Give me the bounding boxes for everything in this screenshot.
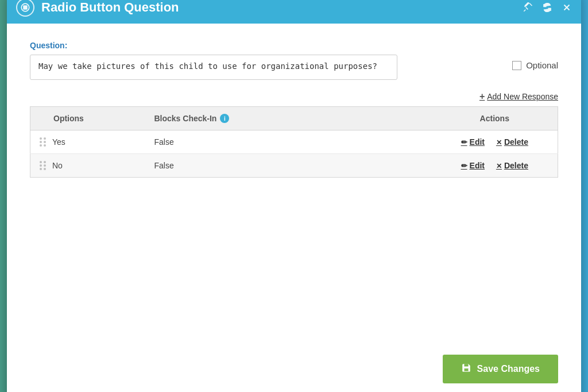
header-controls xyxy=(523,2,572,13)
cell-blocks-check-in: False xyxy=(145,154,432,178)
col-header-actions: Actions xyxy=(432,107,558,130)
save-label: Save Changes xyxy=(477,364,540,374)
cell-blocks-check-in: False xyxy=(145,130,432,154)
edit-button[interactable]: Edit xyxy=(461,161,485,170)
svg-line-2 xyxy=(529,3,532,6)
modal-body: Question: Optional + Add New Response Op… xyxy=(7,24,581,345)
add-response-label: Add New Response xyxy=(487,92,558,101)
save-icon xyxy=(461,363,471,375)
delete-button[interactable]: Delete xyxy=(496,137,528,147)
delete-button[interactable]: Delete xyxy=(496,161,528,170)
cell-actions: Edit Delete xyxy=(432,154,558,178)
edit-label: Edit xyxy=(470,137,485,147)
modal-title: Radio Button Question xyxy=(41,0,179,15)
option-value: No xyxy=(52,161,63,170)
delete-label: Delete xyxy=(504,161,528,170)
modal-dialog: Radio Button Question xyxy=(7,0,581,392)
col-header-blocks-check-in: Blocks Check-In i xyxy=(145,107,432,130)
table-row: Yes False Edit Delete xyxy=(30,130,558,154)
optional-label: Optional xyxy=(526,60,558,70)
optional-checkbox[interactable] xyxy=(512,61,521,70)
blocks-value: False xyxy=(154,137,174,147)
delete-icon xyxy=(496,137,502,147)
edit-label: Edit xyxy=(470,161,485,170)
add-response-row: + Add New Response xyxy=(30,91,558,102)
question-label: Question: xyxy=(30,41,558,50)
svg-rect-5 xyxy=(464,368,469,371)
plus-icon: + xyxy=(479,91,485,102)
table-row: No False Edit Delete xyxy=(30,154,558,178)
blocks-value: False xyxy=(154,161,174,170)
response-table: Options Blocks Check-In i Actions xyxy=(30,106,558,178)
header-left: Radio Button Question xyxy=(16,0,179,17)
modal-header: Radio Button Question xyxy=(7,0,581,24)
edit-button[interactable]: Edit xyxy=(461,137,485,147)
optional-wrap: Optional xyxy=(512,55,558,70)
add-response-button[interactable]: + Add New Response xyxy=(479,91,558,102)
drag-handle[interactable] xyxy=(40,161,47,170)
modal-footer: Save Changes xyxy=(7,345,581,392)
svg-rect-1 xyxy=(23,5,28,10)
question-row: Optional xyxy=(30,55,558,80)
close-button[interactable] xyxy=(562,2,572,13)
save-changes-button[interactable]: Save Changes xyxy=(443,355,558,383)
delete-icon xyxy=(496,161,502,170)
cell-option: Yes xyxy=(30,130,145,154)
table-header-row: Options Blocks Check-In i Actions xyxy=(30,107,558,130)
cell-option: No xyxy=(30,154,145,178)
col-header-options: Options xyxy=(30,107,145,130)
question-input[interactable] xyxy=(30,55,397,80)
option-value: Yes xyxy=(52,137,65,147)
radio-button-icon xyxy=(16,0,34,17)
edit-icon xyxy=(461,161,467,170)
blocks-info-icon[interactable]: i xyxy=(220,114,229,123)
delete-label: Delete xyxy=(504,137,528,147)
refresh-button[interactable] xyxy=(542,2,552,13)
pin-button[interactable] xyxy=(523,2,533,13)
drag-handle[interactable] xyxy=(40,137,47,147)
cell-actions: Edit Delete xyxy=(432,130,558,154)
right-sidebar xyxy=(580,0,588,392)
edit-icon xyxy=(461,137,467,147)
